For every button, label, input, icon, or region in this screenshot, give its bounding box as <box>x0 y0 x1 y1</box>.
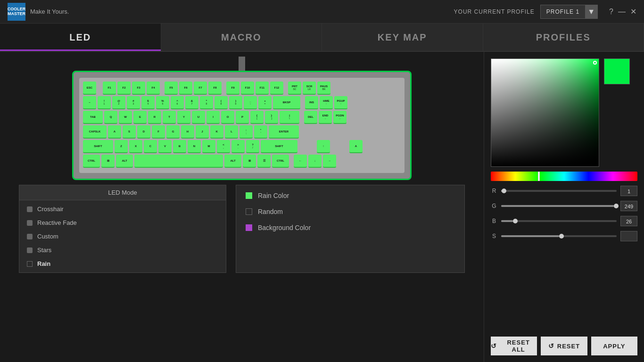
profile-dropdown[interactable]: PROFILE 1 ▼ <box>540 5 598 19</box>
option-random[interactable]: Random <box>246 208 455 215</box>
minimize-button[interactable]: — <box>618 8 626 16</box>
key-lctrl[interactable]: CTRL <box>83 155 100 168</box>
key-3[interactable]: #3 <box>127 96 140 109</box>
key-e[interactable]: E <box>133 111 147 124</box>
key-8[interactable]: *8 <box>200 96 213 109</box>
key-down[interactable]: ↓ <box>308 155 322 168</box>
key-rwin[interactable]: ⊞ <box>243 155 256 168</box>
key-j[interactable]: J <box>196 125 209 139</box>
slider-value-r[interactable]: 1 <box>620 186 637 196</box>
option-rain-color[interactable]: Rain Color <box>246 192 455 199</box>
key-l[interactable]: L <box>225 125 238 139</box>
led-mode-list[interactable]: Crosshair Reactive Fade Custom Stars <box>19 200 226 272</box>
slider-thumb-s[interactable] <box>559 234 564 239</box>
key-t[interactable]: T <box>163 111 176 124</box>
key-del[interactable]: DEL <box>304 111 317 124</box>
key-p[interactable]: P <box>236 111 249 124</box>
key-slash[interactable]: ?/ <box>246 140 259 153</box>
slider-track-s[interactable] <box>501 235 617 237</box>
key-f7[interactable]: F7 <box>194 82 207 95</box>
key-4[interactable]: $4 <box>141 96 155 109</box>
key-capslock[interactable]: CAPSLK <box>83 125 107 139</box>
key-f11[interactable]: F11 <box>256 82 269 95</box>
slider-value-b[interactable]: 26 <box>620 216 637 226</box>
key-b[interactable]: B <box>173 140 186 153</box>
key-lalt[interactable]: ALT <box>116 155 133 168</box>
led-mode-stars[interactable]: Stars <box>19 243 226 257</box>
key-c[interactable]: C <box>144 140 157 153</box>
led-mode-crosshair[interactable]: Crosshair <box>19 202 226 216</box>
key-rctrl[interactable]: CTRL <box>272 155 289 168</box>
key-pause[interactable]: PAUSBK <box>317 82 330 95</box>
key-g[interactable]: G <box>166 125 180 139</box>
reset-button[interactable]: ↺ RESET <box>541 337 587 355</box>
key-f9[interactable]: F9 <box>226 82 239 95</box>
key-w[interactable]: W <box>119 111 132 124</box>
key-right[interactable]: → <box>323 155 336 168</box>
apply-button[interactable]: APPLY <box>591 337 637 355</box>
key-menu[interactable]: ☰ <box>257 155 271 168</box>
key-minus[interactable]: _- <box>244 96 257 109</box>
key-ralt[interactable]: ALT <box>224 155 241 168</box>
key-m[interactable]: M <box>202 140 215 153</box>
key-q[interactable]: Q <box>104 111 117 124</box>
led-mode-custom[interactable]: Custom <box>19 230 226 243</box>
key-f3[interactable]: F3 <box>132 82 145 95</box>
key-z[interactable]: Z <box>115 140 128 153</box>
key-f8[interactable]: F8 <box>208 82 222 95</box>
option-background-color[interactable]: Background Color <box>246 224 455 231</box>
led-mode-rain[interactable]: Rain <box>19 257 226 271</box>
key-period[interactable]: >. <box>231 140 245 153</box>
key-pgdn[interactable]: PGDN↓ <box>333 111 347 124</box>
key-lwin[interactable]: ⊞ <box>101 155 115 168</box>
key-backspace[interactable]: BKSP <box>273 96 300 109</box>
slider-thumb-r[interactable] <box>502 189 506 193</box>
key-equals[interactable]: += <box>258 96 272 109</box>
key-x[interactable]: X <box>129 140 142 153</box>
key-y[interactable]: Y <box>177 111 190 124</box>
key-home[interactable]: HME↑ <box>320 96 333 109</box>
tab-keymap[interactable]: KEY MAP <box>322 24 483 51</box>
key-0[interactable]: )0 <box>229 96 242 109</box>
key-end[interactable]: END↓ <box>319 111 332 124</box>
key-lshift[interactable]: SHIFT <box>83 140 113 153</box>
slider-value-g[interactable]: 249 <box>620 201 637 211</box>
key-f6[interactable]: F6 <box>179 82 192 95</box>
help-button[interactable]: ? <box>609 8 613 16</box>
key-f12[interactable]: F12 <box>270 82 283 95</box>
key-space[interactable] <box>134 155 223 168</box>
key-a[interactable]: A <box>108 125 121 139</box>
key-semicolon[interactable]: :; <box>239 125 253 139</box>
key-f4[interactable]: F4 <box>147 82 160 95</box>
key-k[interactable]: K <box>210 125 223 139</box>
key-rbracket[interactable]: }] <box>265 111 278 124</box>
key-n[interactable]: N <box>188 140 201 153</box>
key-6[interactable]: ^6 <box>171 96 184 109</box>
key-side-a[interactable]: A <box>349 140 363 153</box>
slider-value-s[interactable] <box>620 231 637 241</box>
key-h[interactable]: H <box>181 125 194 139</box>
key-lbracket[interactable]: {[ <box>250 111 264 124</box>
reset-all-button[interactable]: ↺ RESET ALL <box>491 337 537 355</box>
key-f1[interactable]: F1 <box>103 82 116 95</box>
slider-thumb-g[interactable] <box>614 204 619 208</box>
hue-bar[interactable] <box>491 172 637 181</box>
key-1[interactable]: !1 <box>98 96 111 109</box>
key-backtick[interactable]: ~ <box>83 96 96 109</box>
key-o[interactable]: O <box>221 111 234 124</box>
led-mode-reactive-fade[interactable]: Reactive Fade <box>19 216 226 230</box>
key-pgup[interactable]: PGUP↑ <box>334 96 347 109</box>
key-up[interactable]: ↑ <box>317 140 330 153</box>
key-7[interactable]: &7 <box>185 96 198 109</box>
key-scrlk[interactable]: SCRLK <box>303 82 316 95</box>
key-quote[interactable]: "' <box>254 125 267 139</box>
key-f5[interactable]: F5 <box>165 82 178 95</box>
key-v[interactable]: V <box>158 140 172 153</box>
key-f2[interactable]: F2 <box>117 82 131 95</box>
key-rshift[interactable]: SHIFT <box>261 140 297 153</box>
key-esc[interactable]: ESC <box>83 82 96 95</box>
key-9[interactable]: (9 <box>215 96 228 109</box>
tab-macro[interactable]: MACRO <box>161 24 322 51</box>
key-insert[interactable]: INS <box>305 96 318 109</box>
key-enter[interactable]: ENTER <box>269 125 299 139</box>
